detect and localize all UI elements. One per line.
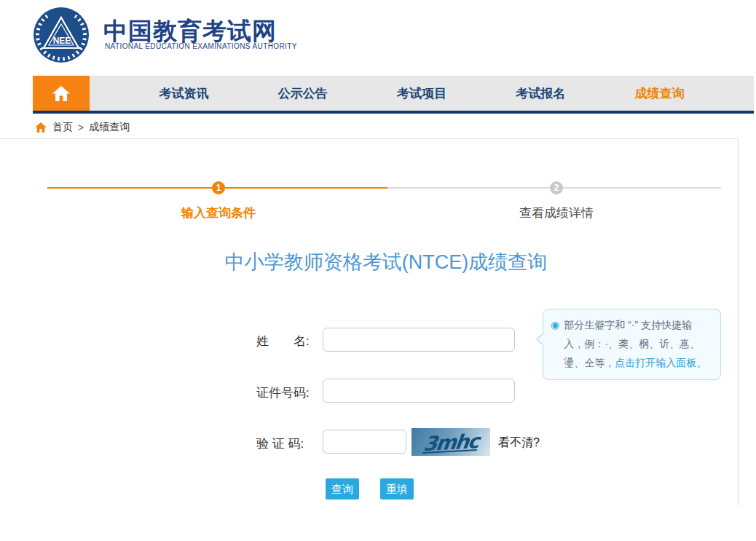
nav-item-exam-news[interactable]: 考试资讯 bbox=[125, 76, 243, 111]
neea-emblem-icon: NEE bbox=[33, 7, 90, 63]
captcha-image-text: 3mhc bbox=[422, 430, 480, 455]
open-input-panel-link[interactable]: 点击打开输入面板。 bbox=[615, 357, 706, 368]
content-right-border bbox=[738, 139, 739, 506]
name-label: 姓 名: bbox=[256, 333, 310, 350]
captcha-image: 3mhc bbox=[412, 428, 490, 456]
nav-item-exam-projects[interactable]: 考试项目 bbox=[362, 76, 481, 111]
captcha-label: 验 证 码: bbox=[256, 435, 304, 452]
site-subtitle-en: NATIONAL EDUCATION EXAMINATIONS AUTHORIT… bbox=[105, 42, 297, 50]
breadcrumb-separator: > bbox=[78, 122, 84, 133]
step2-label: 查看成绩详情 bbox=[476, 205, 637, 221]
breadcrumb-home-icon bbox=[35, 122, 47, 133]
breadcrumb: 首页 > 成绩查询 bbox=[0, 117, 738, 139]
nav-item-exam-registration[interactable]: 考试报名 bbox=[481, 76, 600, 111]
id-number-input[interactable] bbox=[323, 379, 515, 403]
step1-label: 输入查询条件 bbox=[138, 205, 299, 221]
rare-character-tooltip: ◉ 部分生僻字和 “·” 支持快捷输入，例：·、䶮、㭎、䜣、惪、璗、仝等，点击打… bbox=[543, 309, 721, 380]
tooltip-bullet-icon: ◉ bbox=[551, 315, 559, 334]
main-nav: 考试资讯 公示公告 考试项目 考试报名 成绩查询 bbox=[33, 76, 754, 114]
query-button[interactable]: 查询 bbox=[326, 478, 359, 499]
neea-logo: NEE bbox=[33, 7, 90, 63]
home-icon bbox=[52, 86, 70, 101]
page-title: 中小学教师资格考试(NTCE)成绩查询 bbox=[33, 249, 739, 275]
step1-circle: 1 bbox=[212, 181, 225, 194]
reset-button[interactable]: 重填 bbox=[380, 478, 414, 499]
captcha-refresh-link[interactable]: 看不清? bbox=[498, 435, 540, 451]
captcha-input[interactable] bbox=[323, 430, 406, 454]
breadcrumb-home-link[interactable]: 首页 bbox=[52, 121, 73, 134]
svg-text:NEE: NEE bbox=[53, 36, 71, 46]
tooltip-body: 部分生僻字和 “·” 支持快捷输入，例：·、䶮、㭎、䜣、惪、璗、仝等，点击打开输… bbox=[564, 315, 712, 372]
nav-item-score-query[interactable]: 成绩查询 bbox=[600, 76, 719, 111]
nav-menu: 考试资讯 公示公告 考试项目 考试报名 成绩查询 bbox=[90, 76, 754, 111]
nav-item-announcements[interactable]: 公示公告 bbox=[243, 76, 362, 111]
id-number-label: 证件号码: bbox=[256, 384, 310, 401]
name-input[interactable] bbox=[323, 328, 515, 352]
step2-circle: 2 bbox=[550, 181, 563, 194]
nav-home-button[interactable] bbox=[33, 76, 90, 111]
breadcrumb-current: 成绩查询 bbox=[89, 121, 130, 134]
